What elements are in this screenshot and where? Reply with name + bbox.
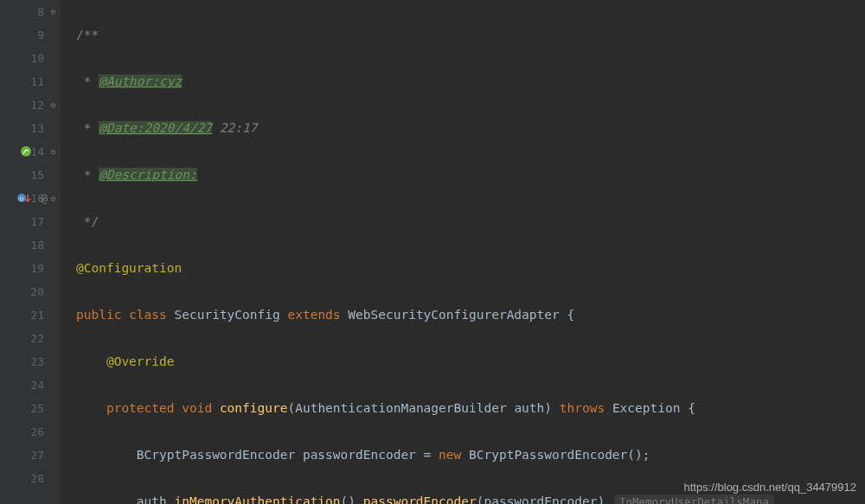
code-line: * @Author:cyz <box>76 70 865 93</box>
override-method-icon[interactable]: o <box>17 191 31 205</box>
svg-text:o: o <box>20 195 24 202</box>
code-line: * @Date:2020/4/27 22:17 <box>76 117 865 140</box>
gutter: 8 9 10 11 12 13 14 15 16 o @ 17 18 19 20… <box>0 0 61 504</box>
code-line: */ <box>76 210 865 233</box>
fold-toggle-icon[interactable]: ⊖ <box>49 195 57 202</box>
code-line: @Configuration <box>76 257 865 280</box>
fold-toggle-icon[interactable]: ⊖ <box>49 8 57 16</box>
fold-column: ⊖ ⊖ ⊖ ⊖ <box>48 0 58 504</box>
code-line: /** <box>76 23 865 47</box>
spring-bean-icon[interactable] <box>19 144 33 158</box>
code-line: BCryptPasswordEncoder passwordEncoder = … <box>76 443 865 467</box>
annotation-gutter-badge[interactable]: @ <box>41 187 48 210</box>
code-line: * @Description: <box>76 163 865 187</box>
code-line: public class SecurityConfig extends WebS… <box>76 303 865 327</box>
watermark-text: https://blog.csdn.net/qq_34479912 <box>684 475 857 499</box>
code-line: @Override <box>76 350 865 373</box>
fold-toggle-icon[interactable]: ⊖ <box>49 148 57 156</box>
fold-toggle-icon[interactable]: ⊖ <box>49 101 57 109</box>
code-line: protected void configure(AuthenticationM… <box>76 397 865 420</box>
svg-point-0 <box>21 146 31 156</box>
code-editor[interactable]: /** * @Author:cyz * @Date:2020/4/27 22:1… <box>61 0 865 504</box>
